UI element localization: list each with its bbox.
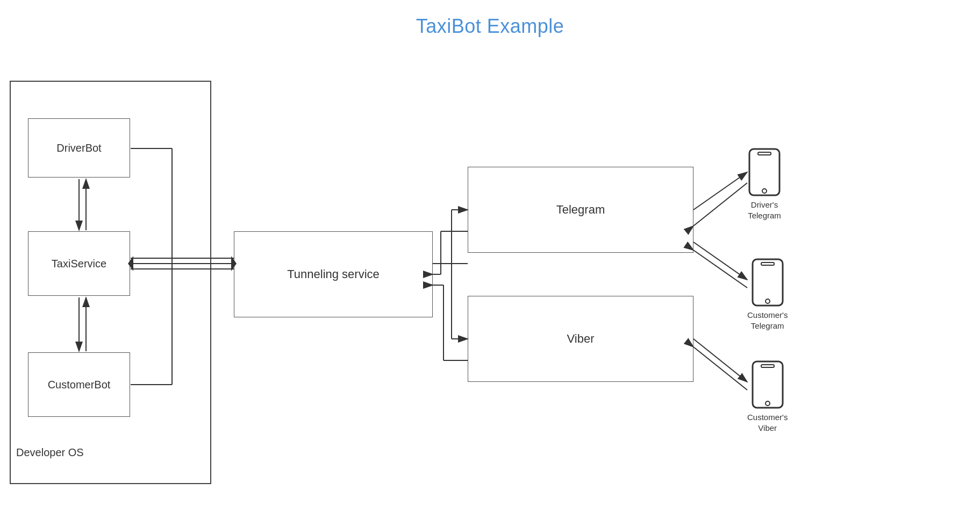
diagram-area: Developer OS DriverBot TaxiService Custo… <box>0 48 980 525</box>
customerbot-box: CustomerBot <box>28 352 130 417</box>
customer-viber-phone-to-viber-arrow <box>693 347 747 390</box>
phone-icon <box>750 258 785 307</box>
phone-icon <box>750 360 785 409</box>
customer-phone-to-telegram-arrow <box>693 250 747 288</box>
customer-viber-phone: Customer's Viber <box>747 360 788 433</box>
developer-os-label: Developer OS <box>16 446 84 459</box>
page-title: TaxiBot Example <box>0 0 980 38</box>
driver-telegram-phone: Driver's Telegram <box>747 148 782 221</box>
telegram-to-driver-phone-arrow <box>693 172 747 210</box>
telegram-box: Telegram <box>468 167 693 253</box>
driverbot-box: DriverBot <box>28 118 130 178</box>
taxiservice-box: TaxiService <box>28 231 130 296</box>
tunneling-box: Tunneling service <box>234 231 433 317</box>
driver-phone-to-telegram-arrow <box>693 183 747 226</box>
telegram-to-customer-phone-arrow <box>693 242 747 280</box>
phone-icon <box>747 148 782 196</box>
customer-telegram-phone: Customer's Telegram <box>747 258 788 331</box>
viber-box: Viber <box>468 296 693 382</box>
viber-to-customer-viber-phone-arrow <box>693 339 747 382</box>
